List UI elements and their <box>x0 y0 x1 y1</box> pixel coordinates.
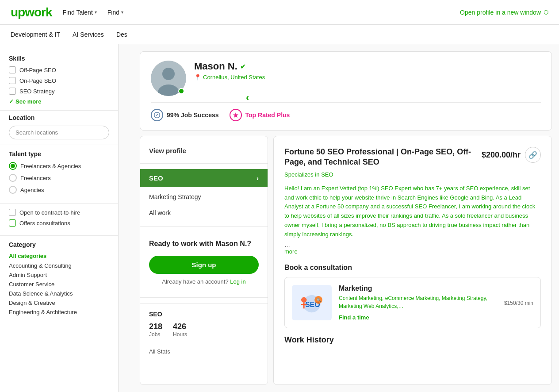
talent-type-freelancers[interactable]: Freelancers <box>9 174 109 182</box>
contract-to-hire-label: Open to contract-to-hire <box>19 209 80 216</box>
radio-freelancers-agencies[interactable] <box>9 162 17 170</box>
category-engineering[interactable]: Engineering & Architecture <box>9 309 109 315</box>
external-link-button[interactable]: 🔗 <box>525 147 541 163</box>
location-pin-icon: 📍 <box>194 74 201 81</box>
subnav-ai-services[interactable]: AI Services <box>73 31 104 38</box>
contract-to-hire-item[interactable]: Open to contract-to-hire <box>9 209 109 216</box>
ready-to-work-section: Ready to work with Mason N.? Sign up Alr… <box>140 232 268 292</box>
more-link[interactable]: more <box>284 248 541 255</box>
skills-filter-section: Skills Off-Page SEO On-Page SEO SEO Stra… <box>0 51 118 111</box>
talent-type-title: Talent type <box>9 150 109 158</box>
all-work-menu-item[interactable]: All work <box>140 205 268 221</box>
offers-consultations-item[interactable]: Offers consultations <box>9 219 109 227</box>
marketing-strategy-menu-item[interactable]: Marketing Strategy <box>140 189 268 205</box>
category-design-creative[interactable]: Design & Creative <box>9 300 109 306</box>
profile-header-card: Mason N. ✔ 📍 Cornelius, United States <box>140 51 552 131</box>
ready-to-work-title: Ready to work with Mason N.? <box>149 239 259 249</box>
consultation-title: Book a consultation <box>284 264 541 272</box>
top-rated-icon <box>230 109 242 121</box>
jobs-stat: 218 Jobs <box>149 322 162 338</box>
main-layout: Skills Off-Page SEO On-Page SEO SEO Stra… <box>0 44 559 392</box>
hours-label: Hours <box>173 331 187 338</box>
login-link[interactable]: Log in <box>230 278 245 285</box>
talent-type-label-2: Agencies <box>20 187 44 193</box>
profile-slide-panel: ‹ <box>119 44 559 392</box>
consultation-tags: Content Marketing, eCommerce Marketing, … <box>339 294 494 310</box>
category-accounting[interactable]: Accounting & Consulting <box>9 262 109 269</box>
skills-section-title: Skills <box>9 55 109 62</box>
talent-type-section: Talent type Freelancers & Agencies Freel… <box>0 145 118 204</box>
job-success-icon <box>151 109 163 121</box>
open-profile-new-window-link[interactable]: Open profile in a new window ⬡ <box>460 9 548 16</box>
profile-top-row: Mason N. ✔ 📍 Cornelius, United States <box>151 61 541 96</box>
talent-type-label-1: Freelancers <box>20 175 51 181</box>
sign-up-button[interactable]: Sign up <box>149 256 259 274</box>
location-search-input[interactable] <box>9 126 109 139</box>
skill-seo-strategy[interactable]: SEO Strategy <box>9 88 109 95</box>
hours-stat: 426 Hours <box>173 322 187 338</box>
all-categories-link[interactable]: All categories <box>9 253 109 259</box>
contract-to-hire-checkbox[interactable] <box>9 209 16 216</box>
profile-name: Mason N. <box>194 61 237 72</box>
top-rated-plus-badge: Top Rated Plus <box>230 109 290 121</box>
find-talent-nav[interactable]: Find Talent ▾ <box>63 9 97 16</box>
on-page-seo-label: On-Page SEO <box>19 77 56 84</box>
chevron-down-icon: ✓ <box>9 98 14 105</box>
profile-name-row: Mason N. ✔ <box>194 61 541 72</box>
off-page-seo-checkbox[interactable] <box>9 66 16 73</box>
chevron-down-icon: ▾ <box>95 10 97 15</box>
specializes-text: Specializes in SEO <box>284 171 541 178</box>
svg-marker-3 <box>233 112 238 118</box>
jobs-number: 218 <box>149 322 162 331</box>
location-section-title: Location <box>9 114 109 121</box>
radio-freelancers[interactable] <box>9 174 17 182</box>
panel-right-column: Fortune 50 SEO Professional | On-Page SE… <box>273 136 552 385</box>
job-success-badge: 99% Job Success <box>151 109 219 121</box>
subnav-design[interactable]: Des <box>116 31 127 38</box>
radio-agencies[interactable] <box>9 186 17 194</box>
find-time-link[interactable]: Find a time <box>339 314 369 321</box>
category-admin[interactable]: Admin Support <box>9 272 109 278</box>
offers-consultations-checkbox[interactable] <box>9 219 16 227</box>
seo-menu-item-active[interactable]: SEO › <box>140 169 268 187</box>
category-section: Category All categories Accounting & Con… <box>0 236 118 323</box>
already-have-account-text: Already have an account? Log in <box>149 278 259 285</box>
consultation-image: SEO 🔍 <box>292 285 332 320</box>
verified-icon: ✔ <box>240 62 246 71</box>
svg-point-9 <box>301 297 306 302</box>
consultation-price-block: $150/30 min <box>501 299 533 306</box>
divider <box>140 163 268 164</box>
bio-text: Hello! I am an Expert Vetted (top 1%) SE… <box>284 184 541 239</box>
job-rate: $200.00/hr <box>482 150 521 160</box>
consultation-card: SEO 🔍 Marketing <box>284 277 541 328</box>
work-history-title: Work History <box>284 335 541 345</box>
find-work-nav[interactable]: Find ▾ <box>107 9 123 16</box>
subnav-development-it[interactable]: Development & IT <box>11 31 60 38</box>
svg-point-1 <box>162 68 175 80</box>
view-profile-link[interactable]: View profile <box>140 143 268 158</box>
skill-off-page-seo[interactable]: Off-Page SEO <box>9 66 109 73</box>
seo-strategy-checkbox[interactable] <box>9 88 16 95</box>
talent-type-freelancers-agencies[interactable]: Freelancers & Agencies <box>9 162 109 170</box>
skill-on-page-seo[interactable]: On-Page SEO <box>9 77 109 84</box>
left-sidebar: Skills Off-Page SEO On-Page SEO SEO Stra… <box>0 44 119 392</box>
consultation-section: Book a consultation SEO 🔍 <box>284 264 541 328</box>
top-navigation: upwork Find Talent ▾ Find ▾ Open profile… <box>0 0 559 25</box>
category-data-science[interactable]: Data Science & Analytics <box>9 290 109 297</box>
back-button[interactable]: ‹ <box>246 92 249 104</box>
stats-row: 218 Jobs 426 Hours <box>149 322 259 338</box>
category-customer-service[interactable]: Customer Service <box>9 281 109 288</box>
job-title: Fortune 50 SEO Professional | On-Page SE… <box>284 147 475 168</box>
all-stats-link[interactable]: All Stats <box>140 345 268 358</box>
on-page-seo-checkbox[interactable] <box>9 77 16 84</box>
chevron-down-icon: ▾ <box>121 10 123 15</box>
avatar-wrapper <box>151 61 186 96</box>
talent-type-agencies[interactable]: Agencies <box>9 186 109 194</box>
online-indicator <box>178 88 184 94</box>
seo-strategy-label: SEO Strategy <box>19 88 54 95</box>
see-more-skills[interactable]: ✓ See more <box>9 98 109 105</box>
radio-selected-indicator <box>11 164 15 168</box>
consultation-price: $150/30 min <box>504 299 533 306</box>
jobs-label: Jobs <box>149 331 162 338</box>
hours-number: 426 <box>173 322 187 331</box>
